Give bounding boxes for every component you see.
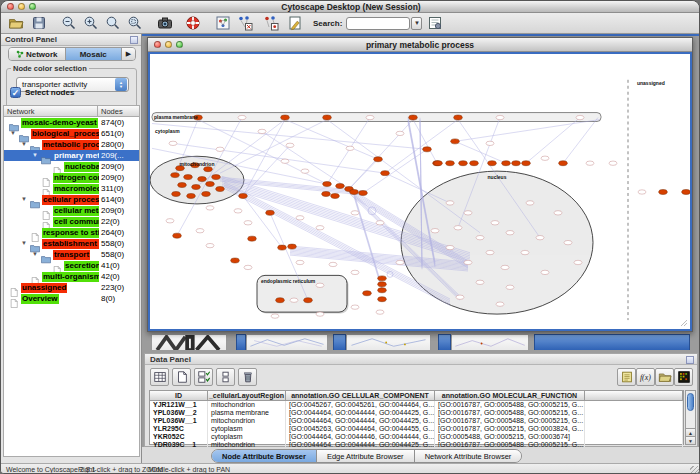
graph-node-selected[interactable] (374, 157, 383, 162)
window-titlebar[interactable]: Cytoscape Desktop (New Session) (1, 1, 700, 13)
camera-button[interactable] (155, 14, 175, 32)
graph-node[interactable] (238, 115, 246, 119)
graph-node-selected[interactable] (359, 191, 368, 196)
graph-node[interactable] (454, 226, 462, 230)
tree-row-transport[interactable]: ▼transport558(0) (4, 249, 139, 260)
column-header[interactable]: annotation.GO CELLULAR_COMPONENT (286, 391, 435, 400)
graph-node[interactable] (301, 169, 309, 173)
attr-table-button[interactable] (150, 368, 169, 386)
graph-node[interactable] (206, 206, 214, 210)
graph-node[interactable] (506, 285, 514, 289)
graph-node[interactable] (234, 209, 242, 213)
graph-node-selected[interactable] (446, 161, 455, 166)
notes-button[interactable] (617, 368, 636, 386)
graph-node[interactable] (506, 231, 514, 235)
background-window-fragment[interactable] (534, 334, 690, 350)
tree-expand-arrow[interactable]: ▼ (21, 141, 27, 148)
graph-node-selected[interactable] (187, 193, 196, 198)
graph-node[interactable] (376, 310, 384, 314)
graph-node[interactable] (258, 129, 266, 133)
import-view-button[interactable] (235, 14, 255, 32)
graph-node[interactable] (281, 159, 289, 163)
select-attrs-button[interactable] (194, 368, 213, 386)
graph-node-selected[interactable] (659, 190, 668, 195)
scroll-down-arrow[interactable]: ▼ (686, 436, 695, 444)
graph-node[interactable] (541, 270, 549, 274)
tree-row-unassigned[interactable]: unassigned223(0) (4, 282, 139, 293)
network-view-window[interactable]: primary metabolic process plasma membran… (147, 37, 693, 332)
graph-node-selected[interactable] (502, 161, 511, 166)
graph-node-selected[interactable] (512, 161, 521, 166)
background-window-fragment[interactable] (333, 334, 346, 350)
background-window-fragment[interactable] (151, 334, 227, 350)
graph-node[interactable] (476, 235, 484, 239)
graph-node[interactable] (216, 147, 224, 151)
tab-overflow-arrow[interactable]: ▶ (122, 48, 135, 60)
graph-node-selected[interactable] (171, 173, 180, 178)
graph-node-selected[interactable] (434, 161, 443, 166)
search-dropdown-arrow[interactable]: ▼ (411, 17, 422, 30)
graph-node[interactable] (586, 161, 594, 165)
graph-node[interactable] (316, 312, 324, 316)
network-window-titlebar[interactable]: primary metabolic process (148, 38, 692, 52)
graph-node[interactable] (316, 226, 324, 230)
scroll-up-arrow[interactable]: ▲ (686, 428, 695, 436)
graph-node[interactable] (446, 245, 454, 249)
graph-node[interactable] (396, 131, 404, 135)
graph-node-selected[interactable] (206, 182, 215, 187)
graph-node-selected[interactable] (488, 161, 497, 166)
tree-row-overview[interactable]: Overview8(0) (4, 293, 139, 304)
annotations-button[interactable] (285, 14, 305, 32)
tree-row-response-to-stimulus[interactable]: response to stimulus264(0) (4, 227, 139, 238)
graph-node-selected[interactable] (336, 184, 345, 189)
graph-node-selected[interactable] (276, 298, 285, 303)
tab-edge-attribute-browser[interactable]: Edge Attribute Browser (317, 450, 415, 462)
graph-node-selected[interactable] (304, 298, 313, 303)
graph-node[interactable] (574, 260, 582, 264)
tree-row-mosaic-demo-yeast[interactable]: mosaic-demo-yeast874(0) (4, 117, 139, 128)
graph-node[interactable] (464, 260, 472, 264)
search-options-button[interactable] (425, 14, 445, 32)
graph-node[interactable] (366, 115, 374, 119)
graph-node-selected[interactable] (454, 115, 463, 120)
formula-button[interactable]: f(x) (636, 368, 655, 386)
graph-node[interactable] (496, 115, 504, 119)
graph-node[interactable] (206, 243, 214, 247)
graph-node[interactable] (351, 305, 359, 309)
graph-node[interactable] (536, 235, 544, 239)
graph-node[interactable] (456, 295, 464, 299)
graph-node[interactable] (486, 250, 494, 254)
table-scrollbar[interactable]: ▲ ▼ (685, 390, 696, 445)
background-window-fragment[interactable] (346, 334, 431, 350)
graph-node[interactable] (376, 221, 384, 225)
background-window-fragment[interactable] (451, 334, 529, 350)
export-view-button[interactable] (261, 14, 281, 32)
graph-node[interactable] (541, 156, 549, 160)
graph-node-selected[interactable] (278, 245, 287, 250)
unselect-attrs-button[interactable] (216, 368, 235, 386)
tree-row-cell-communicatio[interactable]: cell communicatio22(0) (4, 216, 139, 227)
graph-node[interactable] (316, 283, 324, 287)
graph-node[interactable] (169, 141, 177, 145)
graph-node-selected[interactable] (198, 177, 207, 182)
graph-node-selected[interactable] (423, 147, 432, 152)
graph-node[interactable] (554, 211, 562, 215)
graph-node-selected[interactable] (216, 187, 225, 192)
graph-node-selected[interactable] (173, 233, 182, 238)
graph-node[interactable] (296, 216, 304, 220)
zoom-fit-button[interactable] (103, 14, 123, 32)
tree-row-macromolecule[interactable]: macromolecule311(0) (4, 183, 139, 194)
tree-row-cellular-process[interactable]: ▼cellular process614(0) (4, 194, 139, 205)
graph-node-selected[interactable] (323, 182, 332, 187)
delete-attr-button[interactable] (238, 368, 257, 386)
network-graph[interactable]: plasma membranecytoplasmmitochondrionnuc… (150, 54, 690, 329)
graph-node-selected[interactable] (682, 190, 690, 195)
resize-grip[interactable] (690, 466, 700, 474)
help-lifering-button[interactable] (183, 14, 203, 32)
table-row[interactable]: YKR052Ccytoplasm[GO:0044464, GO:0044446,… (150, 433, 683, 441)
tree-row-primary-metabolic-proc[interactable]: ▼primary metabolic proc209(... (4, 150, 139, 161)
tree-expand-arrow[interactable]: ▼ (21, 196, 27, 203)
graph-node-selected[interactable] (459, 161, 468, 166)
background-window-fragment[interactable] (246, 334, 328, 350)
graph-node-selected[interactable] (350, 190, 359, 195)
